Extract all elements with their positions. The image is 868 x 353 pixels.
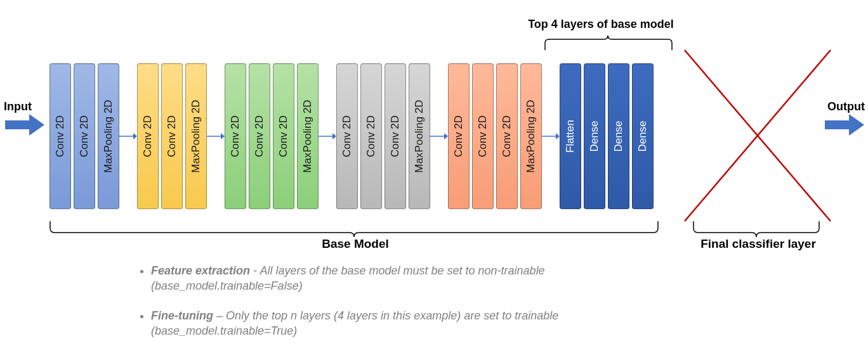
base-model-label: Base Model	[298, 237, 412, 251]
conv2d-layer: Conv 2D	[225, 63, 246, 209]
input-label: Input	[4, 100, 32, 113]
conv2d-layer: Conv 2D	[472, 63, 494, 209]
group-classifier: Flatten Dense Dense Dense	[560, 63, 654, 209]
group-4: Conv 2D Conv 2D Conv 2D MaxPooling 2D	[336, 63, 430, 209]
flatten-layer: Flatten	[560, 63, 581, 209]
notes: Feature extraction - All layers of the b…	[133, 263, 654, 352]
conv2d-layer: Conv 2D	[496, 63, 518, 209]
conv2d-layer: Conv 2D	[336, 63, 358, 209]
svg-marker-0	[5, 114, 44, 136]
note-feature-extraction: Feature extraction - All layers of the b…	[151, 263, 654, 294]
arrow-icon	[119, 132, 137, 141]
note-fine-tuning: Fine-tuning – Only the top n layers (4 l…	[151, 308, 654, 339]
arrow-icon	[207, 132, 225, 141]
conv2d-layer: Conv 2D	[137, 63, 159, 209]
dense-layer: Dense	[632, 63, 654, 209]
conv2d-layer: Conv 2D	[249, 63, 270, 209]
conv2d-layer: Conv 2D	[161, 63, 183, 209]
top-brace-icon	[544, 35, 673, 53]
conv2d-layer: Conv 2D	[448, 63, 470, 209]
conv2d-layer: Conv 2D	[385, 63, 406, 209]
conv2d-layer: Conv 2D	[74, 63, 95, 209]
maxpool-layer: MaxPooling 2D	[185, 63, 207, 209]
maxpool-layer: MaxPooling 2D	[297, 63, 319, 209]
group-3: Conv 2D Conv 2D Conv 2D MaxPooling 2D	[225, 63, 319, 209]
conv2d-layer: Conv 2D	[360, 63, 382, 209]
final-classifier-label: Final classifier layer	[692, 237, 825, 251]
group-5: Conv 2D Conv 2D Conv 2D MaxPooling 2D	[448, 63, 542, 209]
conv2d-layer: Conv 2D	[273, 63, 294, 209]
conv2d-layer: Conv 2D	[49, 63, 71, 209]
arrow-icon	[319, 132, 336, 141]
maxpool-layer: MaxPooling 2D	[98, 63, 119, 209]
layers-row: Conv 2D Conv 2D MaxPooling 2D Conv 2D Co…	[49, 54, 849, 219]
top-annotation: Top 4 layers of base model	[528, 18, 674, 31]
group-1: Conv 2D Conv 2D MaxPooling 2D	[49, 63, 119, 209]
arrow-icon	[430, 132, 448, 141]
maxpool-layer: MaxPooling 2D	[520, 63, 542, 209]
group-2: Conv 2D Conv 2D MaxPooling 2D	[137, 63, 207, 209]
dense-layer: Dense	[608, 63, 629, 209]
dense-layer: Dense	[584, 63, 605, 209]
maxpool-layer: MaxPooling 2D	[409, 63, 430, 209]
arrow-icon	[542, 132, 560, 141]
